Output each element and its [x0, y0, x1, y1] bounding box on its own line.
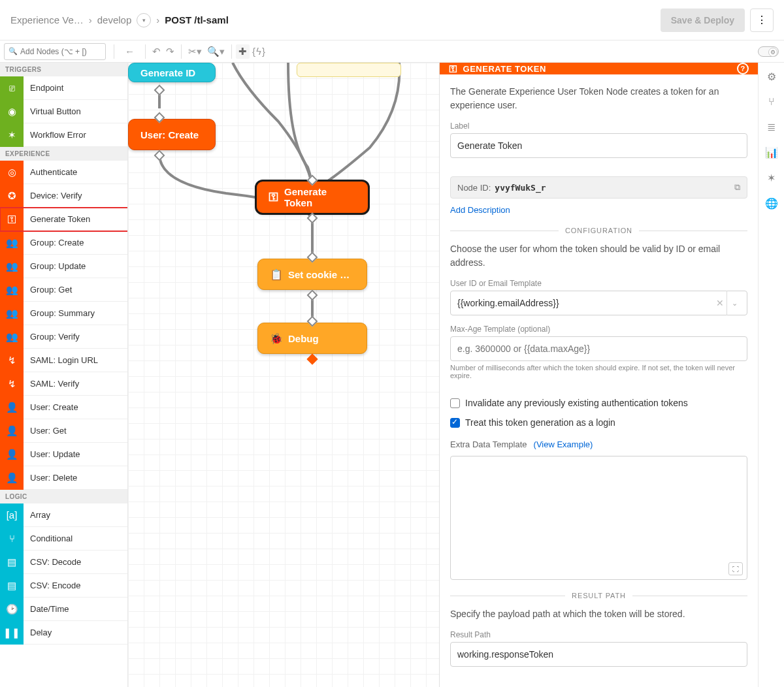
database-icon[interactable]: ≣ — [767, 121, 776, 133]
view-example-link[interactable]: (View Example) — [534, 439, 593, 449]
palette-group-get[interactable]: 👥Group: Get — [0, 278, 127, 302]
save-deploy-button[interactable]: Save & Deploy — [661, 8, 745, 32]
connection-wires — [128, 63, 439, 687]
output-port[interactable] — [154, 150, 165, 161]
extra-data-label: Extra Data Template — [450, 439, 527, 449]
palette-generate-token[interactable]: ⚿Generate Token — [0, 208, 128, 231]
plug-icon: ⎚ — [0, 76, 24, 100]
palette-endpoint[interactable]: ⎚Endpoint — [0, 76, 127, 100]
fingerprint-icon: ◎ — [0, 161, 24, 184]
palette-group-create[interactable]: 👥Group: Create — [0, 231, 127, 255]
palette-authenticate[interactable]: ◎Authenticate — [0, 161, 127, 184]
login-checkbox-row[interactable]: Treat this token generation as a login — [450, 417, 747, 428]
gear-icon[interactable]: ⚙ — [767, 71, 776, 83]
chevron-down-icon[interactable]: ⌄ — [727, 291, 742, 315]
chart-icon[interactable]: 📊 — [765, 146, 778, 159]
palette-csv-encode[interactable]: ▤CSV: Encode — [0, 574, 127, 598]
user-id-input[interactable] — [450, 291, 747, 315]
search-icon: 🔍 — [8, 47, 18, 56]
palette-saml-verify[interactable]: ↯SAML: Verify — [0, 372, 127, 396]
palette-group-verify[interactable]: 👥Group: Verify — [0, 325, 127, 349]
panel-header: ⚿ GENERATE TOKEN ? — [440, 63, 758, 74]
result-path-input[interactable] — [450, 642, 747, 667]
palette-device-verify[interactable]: ✪Device: Verify — [0, 184, 127, 208]
debug-toggle[interactable] — [758, 46, 779, 57]
search-input[interactable] — [20, 47, 101, 56]
topbar: Experience Ve… › develop ▾ › POST /tl-sa… — [0, 0, 784, 40]
label-input[interactable] — [450, 133, 747, 158]
clear-icon[interactable]: ✕ — [716, 298, 724, 308]
panel-body: The Generate Experience User Token Node … — [440, 74, 758, 687]
output-port[interactable] — [307, 213, 318, 224]
palette-user-update[interactable]: 👤User: Update — [0, 443, 127, 466]
cut-icon[interactable]: ✂▾ — [186, 46, 204, 57]
group-icon: 👥 — [0, 278, 24, 302]
properties-panel: ⚿ GENERATE TOKEN ? The Generate Experien… — [439, 63, 758, 687]
checkbox-checked-icon[interactable] — [450, 418, 460, 428]
add-node-icon[interactable]: ✚ — [236, 44, 250, 59]
expand-icon[interactable]: ⛶ — [728, 562, 743, 575]
nav-back-icon[interactable]: ← — [118, 46, 141, 57]
node-user-create[interactable]: User: Create — [128, 119, 216, 150]
clock-icon: 🕑 — [0, 598, 24, 621]
branch-dropdown[interactable]: ▾ — [137, 13, 151, 27]
max-age-input[interactable] — [450, 336, 747, 361]
palette-delay[interactable]: ❚❚Delay — [0, 621, 127, 645]
top-actions: Save & Deploy ⋮ — [661, 8, 774, 32]
undo-icon[interactable]: ↶ — [150, 46, 163, 57]
palette-csv-decode[interactable]: ▤CSV: Decode — [0, 551, 127, 574]
output-port[interactable] — [154, 85, 165, 96]
key-icon: ⚿ — [449, 64, 458, 74]
palette-conditional[interactable]: ⑂Conditional — [0, 527, 127, 551]
node-id-box: Node ID: yvyfWukS_r ⧉ — [450, 176, 747, 199]
section-experience: EXPERIENCE — [0, 147, 127, 161]
copy-icon[interactable]: ⧉ — [734, 182, 740, 193]
format-icon[interactable]: {ϟ} — [250, 46, 268, 57]
output-port[interactable] — [307, 354, 318, 365]
palette-group-update[interactable]: 👥Group: Update — [0, 255, 127, 278]
node-set-cookie[interactable]: 📋 Set cookie … — [257, 259, 367, 290]
group-icon: 👥 — [0, 231, 24, 255]
right-rail: ⚙ ⑂ ≣ 📊 ✶ 🌐 — [758, 63, 784, 687]
palette-virtual-button[interactable]: ◉Virtual Button — [0, 100, 127, 123]
palette-date-time[interactable]: 🕑Date/Time — [0, 598, 127, 621]
redo-icon[interactable]: ↷ — [163, 46, 177, 57]
node-generate-token[interactable]: ⚿ Generate Token — [256, 181, 368, 214]
help-icon[interactable]: ? — [737, 63, 749, 74]
node-debug[interactable]: 🐞 Debug — [257, 323, 367, 354]
result-path-label: Result Path — [450, 630, 747, 639]
invalidate-checkbox-row[interactable]: Invalidate any previously existing authe… — [450, 398, 747, 408]
result-path-description: Specify the payload path at which the to… — [450, 607, 747, 621]
add-description-link[interactable]: Add Description — [450, 205, 747, 215]
palette-user-create[interactable]: 👤User: Create — [0, 396, 127, 419]
extra-data-textarea[interactable]: ⛶ — [450, 456, 747, 580]
config-divider: CONFIGURATION — [450, 227, 747, 234]
user-icon: 👤 — [0, 466, 24, 490]
palette-saml-login[interactable]: ↯SAML: Login URL — [0, 349, 127, 372]
palette-workflow-error[interactable]: ✶Workflow Error — [0, 123, 127, 147]
chevron-right-icon: › — [156, 14, 159, 25]
palette-array[interactable]: [a]Array — [0, 503, 127, 527]
palette-group-summary[interactable]: 👥Group: Summary — [0, 302, 127, 325]
zoom-icon[interactable]: 🔍▾ — [204, 46, 227, 57]
crumb-1[interactable]: Experience Ve… — [10, 14, 84, 25]
workflow-canvas[interactable]: Generate ID User: Create ⚿ Generate Toke… — [128, 63, 439, 687]
palette-user-get[interactable]: 👤User: Get — [0, 419, 127, 443]
node-generate-id[interactable]: Generate ID — [128, 63, 216, 82]
crumb-2[interactable]: develop — [97, 14, 132, 25]
csv-icon: ▤ — [0, 574, 24, 598]
branch-icon[interactable]: ⑂ — [768, 96, 775, 108]
bug-icon[interactable]: ✶ — [767, 172, 776, 184]
note-box[interactable] — [297, 63, 401, 77]
user-icon: 👤 — [0, 396, 24, 419]
device-icon: ✪ — [0, 184, 24, 208]
node-search[interactable]: 🔍 — [4, 43, 106, 60]
output-port[interactable] — [307, 290, 318, 301]
globe-icon[interactable]: 🌐 — [765, 197, 778, 210]
chevron-right-icon: › — [89, 14, 92, 25]
more-menu-button[interactable]: ⋮ — [750, 8, 774, 32]
toolbar: 🔍 ← ↶ ↷ ✂▾ 🔍▾ ✚ {ϟ} — [0, 40, 784, 63]
checkbox-unchecked-icon[interactable] — [450, 398, 460, 408]
csv-icon: ▤ — [0, 551, 24, 574]
palette-user-delete[interactable]: 👤User: Delete — [0, 466, 127, 490]
